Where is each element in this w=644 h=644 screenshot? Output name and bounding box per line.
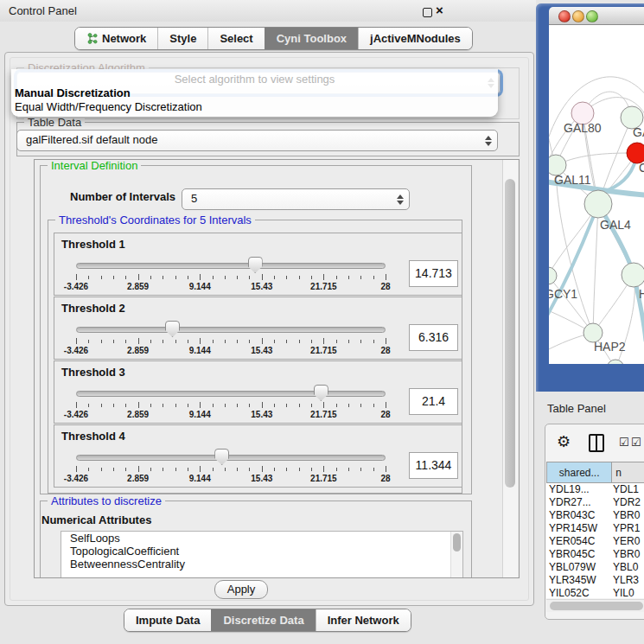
- slider-thumb[interactable]: [165, 321, 180, 337]
- column-header-shared[interactable]: shared...: [546, 462, 612, 483]
- threshold-label: Threshold 1: [61, 238, 125, 251]
- tab-impute-data[interactable]: Impute Data: [124, 609, 211, 631]
- slider-ticks: [76, 402, 386, 409]
- checkbox-checked-icon[interactable]: ☑: [619, 436, 629, 449]
- group-title: Threshold's Coordinates for 5 Intervals: [55, 214, 255, 226]
- minimize-traffic-light-icon[interactable]: [572, 10, 584, 22]
- close-icon[interactable]: ×: [436, 3, 443, 17]
- panel-scrollbar-thumb[interactable]: [505, 179, 515, 488]
- network-canvas[interactable]: GAL80GALCGAL11GAL4GCY1HHAP2: [549, 25, 644, 364]
- network-graph[interactable]: GAL80GALCGAL11GAL4GCY1HHAP2: [549, 25, 644, 364]
- threshold-value-field[interactable]: 6.316: [409, 324, 458, 351]
- table-hscrollbar[interactable]: [546, 599, 644, 612]
- slider-thumb[interactable]: [314, 385, 328, 401]
- spinner-icon: [485, 136, 491, 146]
- tick-label: 28: [380, 282, 390, 291]
- node-label: HAP2: [594, 340, 626, 354]
- node-label: GAL11: [554, 173, 591, 187]
- tick-label: 15.43: [251, 346, 272, 355]
- table-row[interactable]: YPR145WYPR1: [546, 522, 644, 535]
- tick-label: 15.43: [251, 474, 272, 483]
- checkbox-checked-icon[interactable]: ☑: [631, 436, 641, 449]
- attributes-to-discretize-group: Attributes to discretize Numerical Attri…: [40, 501, 472, 578]
- cyni-toolbox-panel: Discretization Algorithm Table Data galF…: [4, 52, 534, 606]
- slider-ticks: [76, 338, 386, 345]
- panel-scrollbar[interactable]: [502, 160, 518, 577]
- table-data-combo[interactable]: galFiltered.sif default node: [16, 130, 498, 151]
- list-scrollbar[interactable]: [450, 532, 462, 578]
- table-row[interactable]: YDR27...YDR2: [546, 496, 644, 509]
- table-row[interactable]: YLR345WYLR3: [546, 574, 644, 587]
- panel-title: Control Panel: [9, 4, 77, 17]
- slider-thumb[interactable]: [214, 449, 229, 465]
- network-node[interactable]: [607, 360, 624, 364]
- threshold-value-field[interactable]: 21.4: [409, 388, 458, 415]
- column-header-name[interactable]: n: [612, 462, 644, 483]
- tab-cyni-toolbox[interactable]: Cyni Toolbox: [265, 28, 358, 49]
- slider-track[interactable]: [76, 327, 386, 333]
- gear-icon[interactable]: ⚙: [557, 432, 571, 450]
- table-row[interactable]: YBL079WYBL0: [546, 561, 644, 574]
- table-header: shared... n: [546, 462, 644, 483]
- list-item[interactable]: SelfLoops: [61, 532, 462, 545]
- threshold-value-field[interactable]: 11.344: [409, 452, 458, 479]
- threshold-slider[interactable]: -3.4262.8599.14415.4321.71528: [76, 320, 386, 356]
- threshold-1-box: Threshold 1-3.4262.8599.14415.4321.71528…: [54, 233, 462, 296]
- tick-label: -3.426: [64, 474, 88, 483]
- slider-thumb[interactable]: [248, 257, 263, 273]
- threshold-slider[interactable]: -3.4262.8599.14415.4321.71528: [76, 384, 386, 420]
- tab-discretize-data[interactable]: Discretize Data: [211, 609, 315, 631]
- table-row[interactable]: YBR043CYBR0: [546, 509, 644, 522]
- list-item[interactable]: TopologicalCoefficient: [61, 545, 462, 558]
- popup-item-equal-width-frequency[interactable]: Equal Width/Frequency Discretization: [15, 100, 202, 113]
- tick-label: -3.426: [64, 410, 88, 419]
- tab-select[interactable]: Select: [207, 28, 264, 49]
- tick-label: 9.144: [189, 410, 211, 419]
- threshold-value-field[interactable]: 14.713: [409, 260, 458, 287]
- table-row[interactable]: YER054CYER0: [546, 535, 644, 548]
- threshold-slider[interactable]: -3.4262.8599.14415.4321.71528: [76, 256, 386, 292]
- threshold-2-box: Threshold 2-3.4262.8599.14415.4321.71528…: [54, 296, 462, 360]
- group-title: Attributes to discretize: [48, 494, 165, 507]
- list-item[interactable]: BetweennessCentrality: [61, 558, 462, 571]
- popup-item-manual-discretization[interactable]: Manual Discretization: [15, 86, 131, 99]
- threshold-slider[interactable]: -3.4262.8599.14415.4321.71528: [76, 448, 386, 484]
- float-window-icon[interactable]: [423, 8, 432, 17]
- split-columns-icon[interactable]: [589, 434, 604, 452]
- tab-infer-network[interactable]: Infer Network: [316, 609, 411, 631]
- table-hscrollbar-thumb[interactable]: [550, 602, 643, 610]
- number-of-intervals-label: Number of Intervals: [70, 190, 175, 203]
- slider-track[interactable]: [76, 455, 386, 461]
- node-label: H: [639, 287, 644, 301]
- network-window-frame[interactable]: GAL80GALCGAL11GAL4GCY1HHAP2: [536, 3, 644, 392]
- numerical-attributes-list[interactable]: SelfLoopsTopologicalCoefficientBetweenne…: [61, 531, 463, 578]
- threshold-3-box: Threshold 3-3.4262.8599.14415.4321.71528…: [54, 360, 462, 424]
- tick-label: 2.859: [127, 282, 149, 291]
- network-node[interactable]: [622, 263, 644, 287]
- tab-network[interactable]: Network: [75, 28, 157, 49]
- number-of-intervals-combo[interactable]: 5: [182, 188, 410, 210]
- tick-label: 21.715: [310, 346, 337, 355]
- slider-track[interactable]: [76, 263, 386, 269]
- tab-style[interactable]: Style: [157, 28, 207, 49]
- apply-button[interactable]: Apply: [214, 580, 268, 599]
- close-traffic-light-icon[interactable]: [558, 10, 571, 22]
- tick-label: 2.859: [127, 474, 149, 483]
- table-row[interactable]: YDL19...YDL1: [546, 483, 644, 496]
- table-row[interactable]: YIL052CYIL0: [546, 587, 644, 598]
- settings-scroll-viewport: Interval Definition Number of Intervals …: [34, 159, 520, 578]
- group-title: Interval Definition: [48, 159, 141, 172]
- network-node[interactable]: [549, 267, 557, 284]
- table-toolbar: ⚙ ☑ ☑: [545, 424, 644, 461]
- zoom-traffic-light-icon[interactable]: [586, 10, 598, 22]
- tick-label: 9.144: [189, 346, 211, 355]
- network-window-titlebar[interactable]: [549, 7, 644, 25]
- tick-label: -3.426: [64, 346, 88, 355]
- tab-jactivemnodules[interactable]: jActiveMNodules: [358, 28, 472, 49]
- network-node[interactable]: [584, 190, 612, 218]
- slider-track[interactable]: [76, 391, 386, 397]
- attribute-items: SelfLoopsTopologicalCoefficientBetweenne…: [61, 532, 462, 571]
- table-row[interactable]: YBR045CYBR0: [546, 548, 644, 561]
- list-scrollbar-thumb[interactable]: [453, 533, 461, 552]
- threshold-coordinates-group: Threshold's Coordinates for 5 Intervals …: [48, 220, 462, 494]
